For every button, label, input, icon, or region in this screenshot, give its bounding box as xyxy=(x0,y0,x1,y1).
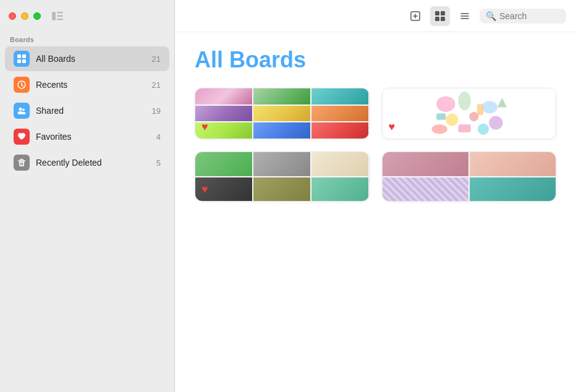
thumb-fashion-1 xyxy=(383,152,468,176)
svg-point-36 xyxy=(489,116,502,130)
svg-rect-15 xyxy=(20,159,23,160)
svg-rect-1 xyxy=(57,12,63,14)
svg-point-31 xyxy=(436,96,455,112)
svg-rect-4 xyxy=(17,54,21,58)
svg-rect-2 xyxy=(57,15,63,17)
search-icon: 🔍 xyxy=(486,11,496,21)
board-info-living: Living Office Case Study Thursday 9:49 A… xyxy=(195,201,369,202)
board-thumbnail-pollinator xyxy=(195,88,369,138)
thumb-living-2 xyxy=(253,152,310,176)
new-board-button[interactable] xyxy=(405,6,425,26)
thumb-living-1 xyxy=(195,152,252,176)
favorite-heart-kindah[interactable]: ♥ xyxy=(389,121,396,134)
favorites-label: Favorites xyxy=(36,132,150,142)
svg-rect-25 xyxy=(435,17,439,21)
favorites-count: 4 xyxy=(156,132,161,142)
thumb-fashion-2 xyxy=(470,152,556,176)
svg-line-10 xyxy=(22,85,23,87)
board-card-fashion-mood[interactable]: Fashion Mood Board 3/9/24, 10:25 AM Joan… xyxy=(382,151,557,202)
svg-rect-5 xyxy=(22,54,26,58)
svg-point-40 xyxy=(431,124,447,134)
svg-rect-42 xyxy=(458,124,470,132)
sidebar-item-favorites[interactable]: Favorites 4 xyxy=(5,124,169,149)
recents-icon xyxy=(14,77,30,93)
content-area: All Boards ♥ Pollinator Garden xyxy=(175,32,576,392)
svg-rect-37 xyxy=(436,114,446,120)
list-view-button[interactable] xyxy=(455,6,475,26)
board-thumbnail-kindah xyxy=(383,88,556,138)
recents-label: Recents xyxy=(36,80,146,90)
boards-grid: ♥ Pollinator Garden Today, 12:28 PM Joan… xyxy=(195,88,556,202)
sidebar-item-all-boards[interactable]: All Boards 21 xyxy=(5,46,169,71)
close-button[interactable] xyxy=(9,12,16,20)
thumb-living-5 xyxy=(253,177,310,202)
recently-deleted-label: Recently Deleted xyxy=(36,158,150,168)
all-boards-icon xyxy=(14,51,30,67)
favorite-heart-pollinator[interactable]: ♥ xyxy=(201,121,208,134)
board-info-kindah: Kindah Final Friday 2:46 PM Rigo & 3 Oth… xyxy=(383,138,556,139)
board-card-kindah-final[interactable]: ♥ Kindah Final Friday 2:46 PM Rigo & 3 O… xyxy=(382,88,557,139)
svg-rect-38 xyxy=(476,104,483,115)
svg-point-32 xyxy=(458,92,470,110)
svg-point-41 xyxy=(477,124,488,135)
svg-rect-16 xyxy=(18,160,25,161)
search-bar: 🔍 xyxy=(480,9,566,23)
sidebar-item-recently-deleted[interactable]: Recently Deleted 5 xyxy=(5,150,169,175)
thumb-cell-9 xyxy=(311,122,368,138)
board-thumbnail-living xyxy=(195,152,369,201)
page-title: All Boards xyxy=(195,47,556,73)
thumb-living-6 xyxy=(311,177,368,202)
thumb-cell-5 xyxy=(253,106,310,122)
svg-rect-23 xyxy=(435,11,439,15)
titlebar xyxy=(0,0,174,32)
sidebar: Boards All Boards 21 Recents 21 xyxy=(0,0,175,392)
recents-count: 21 xyxy=(152,80,161,90)
grid-view-button[interactable] xyxy=(430,6,450,26)
thumb-cell-1 xyxy=(195,88,252,104)
sidebar-toggle-button[interactable] xyxy=(52,12,63,20)
favorite-heart-living[interactable]: ♥ xyxy=(201,183,208,196)
svg-point-14 xyxy=(22,112,26,114)
thumb-fashion-4 xyxy=(470,177,556,202)
all-boards-label: All Boards xyxy=(36,54,146,64)
board-card-pollinator-garden[interactable]: ♥ Pollinator Garden Today, 12:28 PM Joan… xyxy=(195,88,370,139)
recently-deleted-icon xyxy=(14,155,30,171)
thumb-fashion-3 xyxy=(383,177,468,202)
svg-point-11 xyxy=(19,108,22,111)
svg-rect-24 xyxy=(441,11,445,15)
thumb-cell-4 xyxy=(195,106,252,122)
thumb-cell-2 xyxy=(253,88,310,104)
search-input[interactable] xyxy=(499,11,560,21)
svg-rect-0 xyxy=(52,12,56,20)
maximize-button[interactable] xyxy=(33,12,41,20)
svg-rect-3 xyxy=(57,19,63,20)
thumb-cell-6 xyxy=(311,106,368,122)
sidebar-item-shared[interactable]: Shared 19 xyxy=(5,98,169,123)
svg-rect-26 xyxy=(441,17,445,21)
svg-rect-7 xyxy=(22,59,26,63)
shared-label: Shared xyxy=(36,106,146,116)
board-info-fashion: Fashion Mood Board 3/9/24, 10:25 AM Joan… xyxy=(383,201,556,202)
kindah-svg xyxy=(383,88,556,138)
sidebar-section-boards: Boards xyxy=(0,32,174,46)
thumb-living-3 xyxy=(311,152,368,176)
main-content: 🔍 All Boards ♥ xyxy=(175,0,576,392)
minimize-button[interactable] xyxy=(21,12,28,20)
shared-count: 19 xyxy=(152,106,161,116)
board-thumbnail-fashion xyxy=(383,152,556,201)
board-info-pollinator: Pollinator Garden Today, 12:28 PM Joan &… xyxy=(195,138,369,139)
svg-point-12 xyxy=(22,109,25,111)
board-card-living-office[interactable]: ♥ Living Office Case Study Thursday 9:49… xyxy=(195,151,370,202)
favorites-icon xyxy=(14,129,30,145)
all-boards-count: 21 xyxy=(152,54,161,64)
toolbar: 🔍 xyxy=(175,0,576,32)
shared-icon xyxy=(14,103,30,119)
svg-rect-6 xyxy=(17,59,21,63)
recently-deleted-count: 5 xyxy=(156,158,161,168)
thumb-cell-3 xyxy=(311,88,368,104)
svg-point-33 xyxy=(481,101,497,113)
thumb-cell-8 xyxy=(253,122,310,138)
sidebar-item-recents[interactable]: Recents 21 xyxy=(5,72,169,97)
svg-point-34 xyxy=(446,114,458,126)
